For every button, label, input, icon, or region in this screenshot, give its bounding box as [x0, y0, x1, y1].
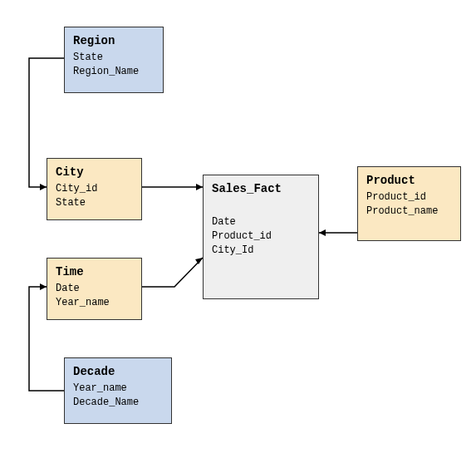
node-time: Time Date Year_name: [47, 258, 142, 320]
node-product-title: Product: [366, 174, 452, 187]
node-salesfact-title: Sales_Fact: [212, 182, 310, 195]
node-product: Product Product_id Product_name: [357, 166, 461, 241]
node-region-attr: Region_Name: [73, 65, 155, 79]
node-decade: Decade Year_name Decade_Name: [64, 357, 172, 424]
node-time-attr: Date: [56, 282, 133, 296]
node-decade-attr: Year_name: [73, 382, 163, 396]
node-salesfact-attr: Product_id: [212, 229, 310, 244]
arrowhead-decade-to-time: [40, 283, 47, 290]
node-salesfact: Sales_Fact Date Product_id City_Id: [203, 175, 319, 299]
node-city-attr: State: [56, 196, 133, 210]
arrowhead-region-to-city: [40, 184, 47, 190]
arrowhead-time-to-salesfact: [195, 258, 203, 264]
node-region-attr: State: [73, 51, 155, 65]
node-salesfact-attr: Date: [212, 215, 310, 229]
node-salesfact-attr: City_Id: [212, 244, 310, 258]
node-product-attr: Product_name: [366, 204, 452, 219]
node-region: Region State Region_Name: [64, 27, 164, 93]
node-region-title: Region: [73, 34, 155, 47]
arrowhead-product-to-salesfact: [319, 229, 326, 236]
arrowhead-city-to-salesfact: [196, 184, 203, 190]
node-decade-attr: Decade_Name: [73, 396, 163, 410]
node-decade-title: Decade: [73, 365, 163, 378]
node-city: City City_id State: [47, 158, 142, 220]
arrow-time-to-salesfact: [142, 258, 203, 287]
node-city-title: City: [56, 165, 133, 179]
node-product-attr: Product_id: [366, 190, 452, 204]
node-time-title: Time: [56, 265, 133, 278]
node-time-attr: Year_name: [56, 296, 133, 310]
node-city-attr: City_id: [56, 182, 133, 196]
